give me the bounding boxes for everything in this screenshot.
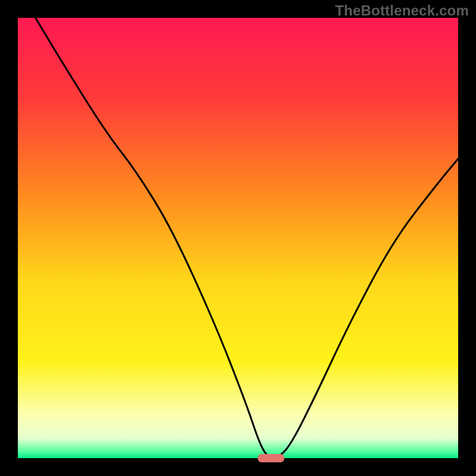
bottleneck-chart xyxy=(0,0,476,476)
plot-area xyxy=(18,18,458,458)
optimal-marker xyxy=(258,454,284,462)
watermark-text: TheBottleneck.com xyxy=(335,2,469,19)
